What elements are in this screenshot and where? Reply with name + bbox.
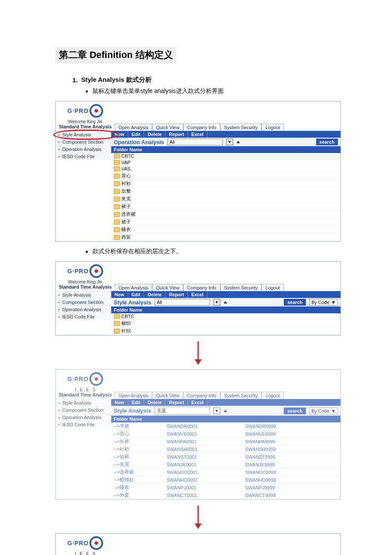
edit-button[interactable]: Edit	[128, 291, 144, 298]
list-item[interactable]: 夹克	[111, 195, 340, 203]
folder-label: CBTC	[121, 314, 134, 319]
list-item[interactable]: -->短裤SWANST0001SWANST9999	[111, 453, 340, 461]
list-item[interactable]: -->衬衫SWANSH0001SWANSH9999	[111, 445, 340, 453]
delete-button[interactable]: Delete	[144, 131, 165, 138]
bullet-1: ● 鼠标左键单击菜单style analysis进入款式分析界面	[85, 87, 341, 95]
row-name: -->睡衣	[114, 484, 165, 491]
list-item[interactable]: -->外套SWANCT0001SWANCT9999	[111, 491, 340, 499]
report-button[interactable]: Report	[165, 399, 187, 406]
list-item[interactable]: 西装	[111, 234, 340, 241]
nav-component-section[interactable]: ▸Component Section	[56, 138, 111, 145]
search-button[interactable]: search	[284, 299, 306, 306]
app-subtitle: Standard Time Analysis	[59, 392, 112, 397]
tab-system-security[interactable]: System Security	[220, 124, 262, 131]
list-item[interactable]: 后整	[111, 188, 340, 195]
nav-operation-analysis[interactable]: ▸Operation Analysis	[56, 145, 111, 153]
filter-input[interactable]: All	[167, 139, 223, 145]
new-button[interactable]: New	[111, 399, 128, 406]
list-item[interactable]: -->连衣裙SWANOD0001SWANOD9999	[111, 468, 340, 476]
list-item[interactable]: -->夹克SWANJK0001SWANJK9999	[111, 461, 340, 468]
tab-open-analysis[interactable]: Open Analysis	[115, 284, 152, 291]
up-arrow-icon[interactable]	[236, 141, 240, 143]
tab-quick-view[interactable]: Quick View	[152, 392, 183, 399]
row-code-from: SWANST0001	[167, 454, 243, 460]
tab-company-info[interactable]: Company Info	[183, 284, 220, 291]
nav-iesd-code-file[interactable]: ▸IESD Code File	[56, 313, 111, 320]
excel-button[interactable]: Excel	[188, 291, 208, 298]
report-button[interactable]: Report	[165, 291, 187, 298]
excel-button[interactable]: Excel	[188, 399, 208, 406]
row-code-to: SWANCT9999	[245, 493, 276, 498]
tab-open-analysis[interactable]: Open Analysis	[115, 392, 152, 399]
delete-button[interactable]: Delete	[144, 291, 165, 298]
row-name: -->短裤	[114, 454, 165, 460]
search-button[interactable]: search	[284, 408, 306, 414]
nav-style-analysis[interactable]: ▸Style Analysis	[56, 131, 111, 138]
tab-quick-view[interactable]: Quick View	[152, 284, 183, 291]
list-item[interactable]: VAS	[111, 166, 340, 172]
dropdown-icon[interactable]: ▼	[213, 408, 220, 414]
nav-iesd-code-file[interactable]: ▸IESD Code File	[56, 421, 111, 428]
logo: G·PRO	[67, 372, 103, 386]
row-name: -->外套	[114, 492, 165, 498]
list-item[interactable]: 连衣裙	[111, 211, 340, 218]
search-button[interactable]: search	[316, 139, 338, 145]
nav-iesd-code-file[interactable]: ▸IESD Code File	[56, 153, 111, 160]
filter-input[interactable]: 无里	[155, 407, 210, 415]
col-folder-name: Folder Name	[111, 146, 145, 153]
nav-component-section[interactable]: ▸Component Section	[56, 298, 111, 306]
list-item[interactable]: CBTC	[111, 313, 340, 320]
dropdown-icon[interactable]: ▼	[226, 139, 233, 145]
dropdown-icon[interactable]: ▼	[213, 299, 220, 306]
row-name: -->连衣裙	[114, 469, 165, 475]
list-item[interactable]: -->背心SWANVE0001SWANVE9999	[111, 430, 340, 438]
row-code-from: SWANOD0001	[167, 470, 243, 475]
report-button[interactable]: Report	[165, 131, 187, 138]
folder-icon	[114, 153, 120, 159]
filter-input[interactable]: All	[155, 299, 210, 306]
list-item[interactable]: VAP	[111, 159, 340, 166]
tab-logout[interactable]: Logout	[262, 392, 284, 399]
sort-select[interactable]: By Code▼	[309, 408, 338, 414]
folder-label: CBTC	[121, 153, 134, 159]
list-item[interactable]: 睡衣	[111, 226, 340, 234]
list-item[interactable]: -->帽领衫SWANHD0001SWANHD9999	[111, 476, 340, 484]
list-item[interactable]: -->半裙SWANDR0001SWANDR9999	[111, 422, 340, 430]
delete-button[interactable]: Delete	[144, 399, 165, 406]
sort-select[interactable]: By Code▼	[309, 299, 338, 306]
list-item[interactable]: 背心	[111, 172, 340, 180]
up-arrow-icon[interactable]	[224, 301, 227, 304]
nav-style-analysis[interactable]: ▸Style Analysis	[56, 291, 111, 298]
nav-component-section[interactable]: ▸Component Section	[56, 406, 111, 413]
tab-logout[interactable]: Logout	[262, 124, 284, 131]
up-arrow-icon[interactable]	[224, 410, 227, 412]
folder-label: 西装	[121, 234, 131, 240]
tab-logout[interactable]: Logout	[262, 284, 284, 291]
nav-operation-analysis[interactable]: ▸Operation Analysis	[56, 306, 111, 313]
excel-button[interactable]: Excel	[188, 131, 208, 138]
tab-quick-view[interactable]: Quick View	[152, 124, 183, 131]
row-code-to: SWANDR9999	[245, 424, 276, 429]
nav-style-analysis[interactable]: ▸Style Analysis	[56, 399, 111, 406]
new-button[interactable]: New	[111, 131, 128, 138]
list-item[interactable]: CBTC	[111, 153, 340, 159]
list-item[interactable]: 裙子	[111, 218, 340, 226]
tab-open-analysis[interactable]: Open Analysis	[115, 124, 152, 131]
bullet-icon: ●	[85, 249, 88, 254]
tab-system-security[interactable]: System Security	[220, 284, 262, 291]
tab-company-info[interactable]: Company Info	[183, 392, 220, 399]
folder-label: 梭织	[121, 320, 131, 327]
tab-company-info[interactable]: Company Info	[183, 124, 220, 131]
folder-label: 针织	[121, 328, 131, 334]
nav-operation-analysis[interactable]: ▸Operation Analysis	[56, 413, 111, 421]
new-button[interactable]: New	[111, 291, 128, 298]
tab-system-security[interactable]: System Security	[220, 392, 262, 399]
edit-button[interactable]: Edit	[128, 131, 144, 138]
list-item[interactable]: 梭织	[111, 320, 340, 327]
list-item[interactable]: 针织	[111, 327, 340, 335]
list-item[interactable]: -->睡衣SWANPJ0001SWANPJ9999	[111, 484, 340, 491]
list-item[interactable]: 裤子	[111, 203, 340, 211]
edit-button[interactable]: Edit	[128, 399, 144, 406]
list-item[interactable]: -->长裤SWANPA0001SWANPA9999	[111, 438, 340, 445]
list-item[interactable]: 衬衫	[111, 180, 340, 188]
